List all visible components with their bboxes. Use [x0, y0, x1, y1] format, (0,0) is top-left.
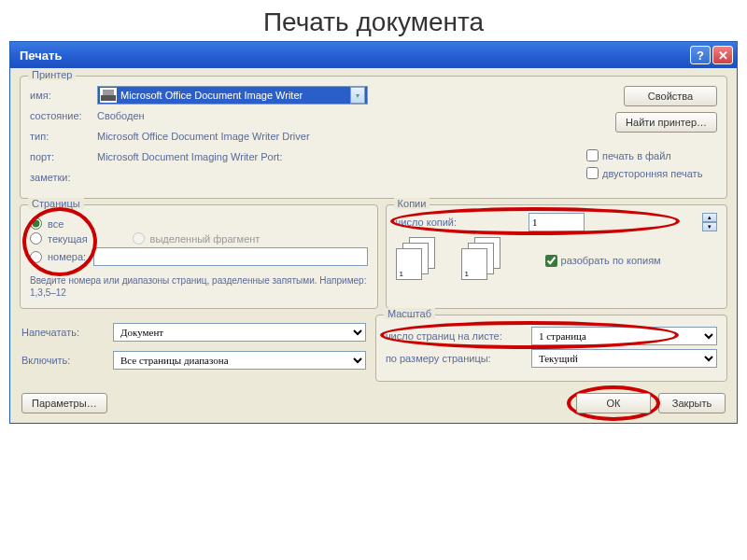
printer-name-value: Microsoft Office Document Image Writer: [120, 90, 303, 101]
pages-numbers-input[interactable]: [93, 247, 367, 266]
options-button[interactable]: Параметры…: [21, 393, 107, 413]
close-button[interactable]: Закрыть: [658, 393, 726, 413]
pages-per-sheet-select[interactable]: 1 страница: [531, 327, 717, 345]
print-to-file-checkbox[interactable]: [586, 149, 599, 161]
printer-notes-label: заметки:: [30, 172, 97, 183]
window-close-button[interactable]: ✕: [712, 46, 733, 64]
collate-preview-1: 3 2 1: [396, 237, 443, 284]
printer-status-label: состояние:: [30, 110, 97, 121]
scale-group-title: Масштаб: [384, 308, 435, 319]
include-label: Включить:: [21, 355, 107, 366]
printer-group: Принтер имя: Microsoft Office Document I…: [20, 76, 727, 199]
pages-per-sheet-label: число страниц на листе:: [386, 330, 526, 342]
pages-all-label: все: [48, 218, 63, 230]
printer-icon: [100, 88, 117, 103]
printer-select[interactable]: Microsoft Office Document Image Writer ▾: [97, 86, 368, 105]
printer-type-value: Microsoft Office Document Image Writer D…: [97, 131, 310, 142]
printer-type-label: тип:: [30, 131, 97, 142]
find-printer-button[interactable]: Найти принтер…: [615, 112, 717, 133]
fit-to-page-select[interactable]: Текущий: [531, 349, 717, 368]
copies-group: Копии число копий: ▴ ▾ 3: [386, 204, 727, 309]
pages-group: Страницы все текущая выделенный фрагмент…: [20, 204, 378, 309]
pages-numbers-label: номера:: [48, 251, 86, 262]
printer-port-label: порт:: [30, 151, 97, 162]
pages-hint: Введите номера или диапазоны страниц, ра…: [30, 274, 368, 299]
titlebar-text: Печать: [20, 49, 688, 63]
pages-selection-label: выделенный фрагмент: [150, 233, 261, 245]
printer-port-value: Microsoft Document Imaging Writer Port:: [97, 151, 282, 162]
print-what-select[interactable]: Документ: [113, 323, 366, 342]
dialog-body: Принтер имя: Microsoft Office Document I…: [10, 68, 737, 423]
pages-group-title: Страницы: [28, 198, 84, 209]
pages-current-label: текущая: [48, 233, 88, 245]
ok-button[interactable]: ОК: [576, 393, 651, 413]
collate-preview-2: 3 2 1: [461, 237, 508, 284]
duplex-label: двусторонняя печать: [602, 168, 702, 179]
duplex-checkbox[interactable]: [586, 167, 599, 179]
collate-checkbox[interactable]: [545, 255, 557, 267]
help-button[interactable]: ?: [690, 46, 711, 64]
page-heading: Печать документа: [0, 0, 747, 41]
copies-count-input[interactable]: [529, 213, 585, 231]
include-select[interactable]: Все страницы диапазона: [113, 351, 366, 370]
copies-spin-up[interactable]: ▴: [702, 213, 717, 222]
fit-to-page-label: по размеру страницы:: [386, 353, 526, 364]
printer-name-label: имя:: [30, 90, 97, 101]
dialog-footer: Параметры… ОК Закрыть: [20, 387, 727, 415]
titlebar: Печать ? ✕: [10, 42, 737, 68]
pages-all-radio[interactable]: [30, 217, 42, 230]
printer-group-title: Принтер: [28, 69, 76, 80]
copies-count-label: число копий:: [396, 217, 457, 228]
print-what-label: Напечатать:: [21, 327, 107, 338]
pages-numbers-radio[interactable]: [30, 251, 42, 263]
collate-label: разобрать по копиям: [561, 255, 661, 266]
chevron-down-icon[interactable]: ▾: [350, 87, 365, 104]
scale-group: Масштаб число страниц на листе: 1 страни…: [375, 315, 727, 382]
pages-current-radio[interactable]: [30, 232, 42, 245]
print-dialog: Печать ? ✕ Принтер имя: Microsoft Office…: [9, 41, 738, 424]
copies-spin-down[interactable]: ▾: [702, 222, 717, 231]
pages-selection-radio: [133, 232, 145, 245]
printer-status-value: Свободен: [97, 110, 145, 121]
properties-button[interactable]: Свойства: [624, 86, 717, 106]
print-to-file-label: печать в файл: [602, 150, 671, 161]
copies-group-title: Копии: [394, 198, 430, 209]
